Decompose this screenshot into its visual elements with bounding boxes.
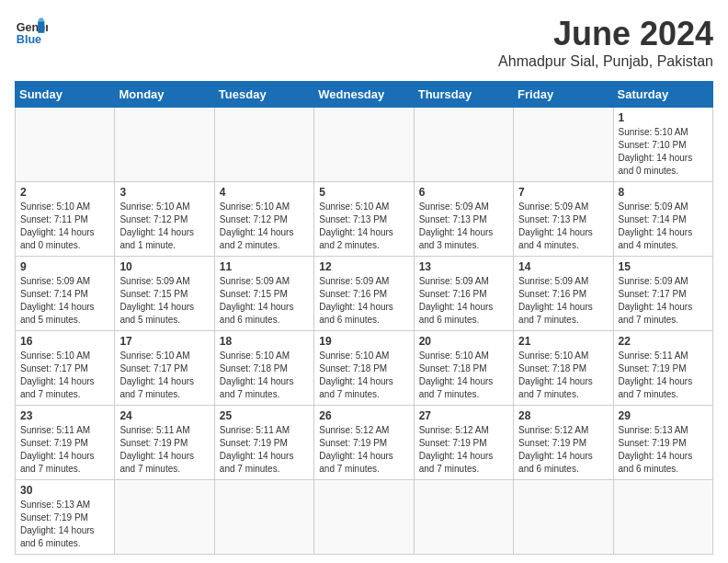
calendar-cell: 30Sunrise: 5:13 AM Sunset: 7:19 PM Dayli… (16, 480, 115, 555)
calendar-cell: 29Sunrise: 5:13 AM Sunset: 7:19 PM Dayli… (613, 406, 712, 480)
calendar-cell: 6Sunrise: 5:09 AM Sunset: 7:13 PM Daylig… (414, 182, 513, 257)
calendar-cell: 18Sunrise: 5:10 AM Sunset: 7:18 PM Dayli… (214, 331, 313, 406)
day-info: Sunrise: 5:09 AM Sunset: 7:14 PM Dayligh… (619, 201, 708, 252)
calendar-cell: 7Sunrise: 5:09 AM Sunset: 7:13 PM Daylig… (514, 182, 613, 257)
day-number: 17 (119, 335, 209, 348)
calendar-cell: 11Sunrise: 5:09 AM Sunset: 7:15 PM Dayli… (214, 257, 313, 331)
calendar-cell: 1Sunrise: 5:10 AM Sunset: 7:10 PM Daylig… (613, 108, 712, 182)
calendar-cell (115, 480, 214, 555)
day-info: Sunrise: 5:12 AM Sunset: 7:19 PM Dayligh… (319, 424, 408, 476)
day-number: 7 (518, 186, 608, 199)
day-info: Sunrise: 5:09 AM Sunset: 7:13 PM Dayligh… (419, 201, 508, 252)
weekday-header-sunday: Sunday (16, 82, 115, 108)
svg-marker-2 (38, 21, 44, 33)
calendar-cell: 10Sunrise: 5:09 AM Sunset: 7:15 PM Dayli… (115, 257, 214, 331)
logo-icon: General Blue (15, 15, 48, 48)
weekday-header-monday: Monday (115, 82, 214, 108)
location-title: Ahmadpur Sial, Punjab, Pakistan (498, 53, 713, 70)
day-info: Sunrise: 5:10 AM Sunset: 7:18 PM Dayligh… (518, 350, 608, 401)
day-info: Sunrise: 5:12 AM Sunset: 7:19 PM Dayligh… (419, 424, 508, 476)
day-number: 4 (220, 186, 309, 199)
calendar-cell (314, 480, 414, 555)
calendar-table: SundayMondayTuesdayWednesdayThursdayFrid… (15, 81, 713, 555)
calendar-cell: 16Sunrise: 5:10 AM Sunset: 7:17 PM Dayli… (16, 331, 115, 406)
calendar-cell: 2Sunrise: 5:10 AM Sunset: 7:11 PM Daylig… (16, 182, 115, 257)
calendar-cell: 23Sunrise: 5:11 AM Sunset: 7:19 PM Dayli… (16, 406, 115, 480)
day-number: 21 (518, 335, 608, 348)
day-number: 1 (619, 111, 708, 124)
day-number: 14 (518, 260, 608, 273)
day-number: 6 (419, 186, 508, 199)
weekday-header-tuesday: Tuesday (214, 82, 313, 108)
day-info: Sunrise: 5:10 AM Sunset: 7:11 PM Dayligh… (20, 201, 109, 252)
day-number: 22 (619, 335, 708, 348)
calendar-cell: 5Sunrise: 5:10 AM Sunset: 7:13 PM Daylig… (314, 182, 414, 257)
day-info: Sunrise: 5:10 AM Sunset: 7:12 PM Dayligh… (220, 201, 309, 252)
day-info: Sunrise: 5:09 AM Sunset: 7:16 PM Dayligh… (319, 275, 408, 327)
calendar-cell: 8Sunrise: 5:09 AM Sunset: 7:14 PM Daylig… (613, 182, 712, 257)
day-info: Sunrise: 5:10 AM Sunset: 7:10 PM Dayligh… (619, 126, 708, 178)
day-number: 5 (319, 186, 408, 199)
day-info: Sunrise: 5:10 AM Sunset: 7:18 PM Dayligh… (220, 350, 309, 401)
day-info: Sunrise: 5:13 AM Sunset: 7:19 PM Dayligh… (619, 424, 708, 476)
calendar-cell: 24Sunrise: 5:11 AM Sunset: 7:19 PM Dayli… (115, 406, 214, 480)
calendar-cell: 3Sunrise: 5:10 AM Sunset: 7:12 PM Daylig… (115, 182, 214, 257)
day-number: 12 (319, 260, 408, 273)
day-info: Sunrise: 5:10 AM Sunset: 7:17 PM Dayligh… (20, 350, 109, 401)
day-info: Sunrise: 5:13 AM Sunset: 7:19 PM Dayligh… (20, 499, 109, 550)
day-number: 18 (220, 335, 309, 348)
calendar-cell: 17Sunrise: 5:10 AM Sunset: 7:17 PM Dayli… (115, 331, 214, 406)
calendar-cell: 4Sunrise: 5:10 AM Sunset: 7:12 PM Daylig… (214, 182, 313, 257)
day-number: 26 (319, 409, 408, 422)
week-row-2: 2Sunrise: 5:10 AM Sunset: 7:11 PM Daylig… (16, 182, 713, 257)
logo: General Blue (15, 15, 48, 48)
week-row-5: 23Sunrise: 5:11 AM Sunset: 7:19 PM Dayli… (16, 406, 713, 480)
day-info: Sunrise: 5:09 AM Sunset: 7:17 PM Dayligh… (619, 275, 708, 327)
day-number: 2 (20, 186, 109, 199)
day-number: 29 (619, 409, 708, 422)
day-info: Sunrise: 5:10 AM Sunset: 7:18 PM Dayligh… (319, 350, 408, 401)
title-block: June 2024 Ahmadpur Sial, Punjab, Pakista… (498, 15, 713, 70)
page-header: General Blue June 2024 Ahmadpur Sial, Pu… (15, 15, 713, 70)
day-number: 13 (419, 260, 508, 273)
day-info: Sunrise: 5:11 AM Sunset: 7:19 PM Dayligh… (619, 350, 708, 401)
calendar-cell: 22Sunrise: 5:11 AM Sunset: 7:19 PM Dayli… (613, 331, 712, 406)
svg-marker-3 (38, 18, 44, 22)
calendar-cell: 27Sunrise: 5:12 AM Sunset: 7:19 PM Dayli… (414, 406, 513, 480)
weekday-header-wednesday: Wednesday (314, 82, 414, 108)
day-info: Sunrise: 5:09 AM Sunset: 7:15 PM Dayligh… (119, 275, 209, 327)
day-number: 25 (220, 409, 309, 422)
day-info: Sunrise: 5:11 AM Sunset: 7:19 PM Dayligh… (220, 424, 309, 476)
day-info: Sunrise: 5:10 AM Sunset: 7:18 PM Dayligh… (419, 350, 508, 401)
weekday-header-thursday: Thursday (414, 82, 513, 108)
day-info: Sunrise: 5:10 AM Sunset: 7:12 PM Dayligh… (119, 201, 209, 252)
calendar-cell: 25Sunrise: 5:11 AM Sunset: 7:19 PM Dayli… (214, 406, 313, 480)
calendar-cell: 20Sunrise: 5:10 AM Sunset: 7:18 PM Dayli… (414, 331, 513, 406)
day-info: Sunrise: 5:11 AM Sunset: 7:19 PM Dayligh… (20, 424, 109, 476)
weekday-header-friday: Friday (514, 82, 613, 108)
calendar-cell (16, 108, 115, 182)
calendar-cell: 21Sunrise: 5:10 AM Sunset: 7:18 PM Dayli… (514, 331, 613, 406)
day-number: 19 (319, 335, 408, 348)
calendar-cell: 9Sunrise: 5:09 AM Sunset: 7:14 PM Daylig… (16, 257, 115, 331)
day-number: 11 (220, 260, 309, 273)
calendar-cell: 26Sunrise: 5:12 AM Sunset: 7:19 PM Dayli… (314, 406, 414, 480)
day-number: 15 (619, 260, 708, 273)
day-number: 28 (518, 409, 608, 422)
calendar-cell: 13Sunrise: 5:09 AM Sunset: 7:16 PM Dayli… (414, 257, 513, 331)
day-info: Sunrise: 5:10 AM Sunset: 7:17 PM Dayligh… (119, 350, 209, 401)
calendar-header-row: SundayMondayTuesdayWednesdayThursdayFrid… (16, 82, 713, 108)
day-number: 16 (20, 335, 109, 348)
calendar-cell (414, 108, 513, 182)
week-row-4: 16Sunrise: 5:10 AM Sunset: 7:17 PM Dayli… (16, 331, 713, 406)
day-info: Sunrise: 5:11 AM Sunset: 7:19 PM Dayligh… (119, 424, 209, 476)
day-info: Sunrise: 5:09 AM Sunset: 7:16 PM Dayligh… (518, 275, 608, 327)
calendar-cell (115, 108, 214, 182)
calendar-cell: 19Sunrise: 5:10 AM Sunset: 7:18 PM Dayli… (314, 331, 414, 406)
day-number: 8 (619, 186, 708, 199)
calendar-cell (414, 480, 513, 555)
day-info: Sunrise: 5:09 AM Sunset: 7:14 PM Dayligh… (20, 275, 109, 327)
day-number: 10 (119, 260, 209, 273)
day-number: 24 (119, 409, 209, 422)
day-number: 30 (20, 484, 109, 497)
